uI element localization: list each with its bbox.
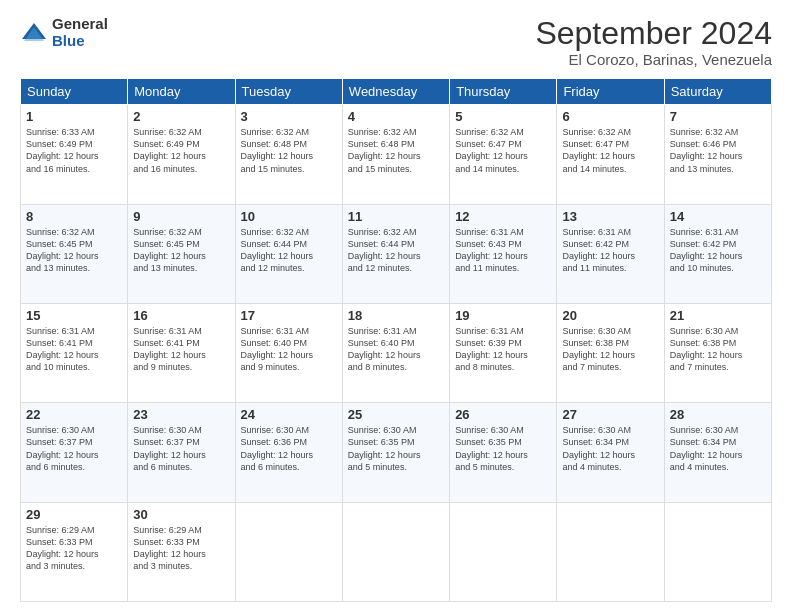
- day-info: Sunrise: 6:30 AM Sunset: 6:35 PM Dayligh…: [348, 424, 444, 473]
- day-info: Sunrise: 6:29 AM Sunset: 6:33 PM Dayligh…: [133, 524, 229, 573]
- day-number: 6: [562, 109, 658, 124]
- calendar-week-5: 29Sunrise: 6:29 AM Sunset: 6:33 PM Dayli…: [21, 502, 772, 601]
- day-number: 17: [241, 308, 337, 323]
- calendar-cell: 21Sunrise: 6:30 AM Sunset: 6:38 PM Dayli…: [664, 303, 771, 402]
- day-info: Sunrise: 6:31 AM Sunset: 6:40 PM Dayligh…: [241, 325, 337, 374]
- day-number: 14: [670, 209, 766, 224]
- day-info: Sunrise: 6:31 AM Sunset: 6:42 PM Dayligh…: [670, 226, 766, 275]
- calendar-cell: 10Sunrise: 6:32 AM Sunset: 6:44 PM Dayli…: [235, 204, 342, 303]
- day-number: 16: [133, 308, 229, 323]
- calendar-week-1: 1Sunrise: 6:33 AM Sunset: 6:49 PM Daylig…: [21, 105, 772, 204]
- day-info: Sunrise: 6:30 AM Sunset: 6:36 PM Dayligh…: [241, 424, 337, 473]
- day-info: Sunrise: 6:32 AM Sunset: 6:44 PM Dayligh…: [348, 226, 444, 275]
- day-info: Sunrise: 6:30 AM Sunset: 6:34 PM Dayligh…: [670, 424, 766, 473]
- day-number: 9: [133, 209, 229, 224]
- logo-text-line2: Blue: [52, 33, 108, 50]
- logo-icon: [20, 19, 48, 47]
- logo: General Blue: [20, 16, 108, 49]
- day-info: Sunrise: 6:31 AM Sunset: 6:41 PM Dayligh…: [133, 325, 229, 374]
- day-info: Sunrise: 6:30 AM Sunset: 6:37 PM Dayligh…: [26, 424, 122, 473]
- day-number: 27: [562, 407, 658, 422]
- calendar-cell: [342, 502, 449, 601]
- day-info: Sunrise: 6:32 AM Sunset: 6:48 PM Dayligh…: [348, 126, 444, 175]
- calendar-cell: 30Sunrise: 6:29 AM Sunset: 6:33 PM Dayli…: [128, 502, 235, 601]
- day-info: Sunrise: 6:33 AM Sunset: 6:49 PM Dayligh…: [26, 126, 122, 175]
- day-number: 13: [562, 209, 658, 224]
- calendar-cell: 23Sunrise: 6:30 AM Sunset: 6:37 PM Dayli…: [128, 403, 235, 502]
- calendar-week-2: 8Sunrise: 6:32 AM Sunset: 6:45 PM Daylig…: [21, 204, 772, 303]
- calendar-cell: 29Sunrise: 6:29 AM Sunset: 6:33 PM Dayli…: [21, 502, 128, 601]
- day-info: Sunrise: 6:31 AM Sunset: 6:41 PM Dayligh…: [26, 325, 122, 374]
- day-number: 26: [455, 407, 551, 422]
- calendar-cell: 14Sunrise: 6:31 AM Sunset: 6:42 PM Dayli…: [664, 204, 771, 303]
- day-number: 11: [348, 209, 444, 224]
- calendar-cell: 9Sunrise: 6:32 AM Sunset: 6:45 PM Daylig…: [128, 204, 235, 303]
- day-number: 8: [26, 209, 122, 224]
- calendar-cell: 12Sunrise: 6:31 AM Sunset: 6:43 PM Dayli…: [450, 204, 557, 303]
- day-info: Sunrise: 6:31 AM Sunset: 6:39 PM Dayligh…: [455, 325, 551, 374]
- day-info: Sunrise: 6:30 AM Sunset: 6:34 PM Dayligh…: [562, 424, 658, 473]
- calendar-cell: 3Sunrise: 6:32 AM Sunset: 6:48 PM Daylig…: [235, 105, 342, 204]
- day-info: Sunrise: 6:30 AM Sunset: 6:38 PM Dayligh…: [562, 325, 658, 374]
- calendar-header-monday: Monday: [128, 79, 235, 105]
- day-info: Sunrise: 6:30 AM Sunset: 6:38 PM Dayligh…: [670, 325, 766, 374]
- page-title: September 2024: [535, 16, 772, 51]
- calendar-cell: 17Sunrise: 6:31 AM Sunset: 6:40 PM Dayli…: [235, 303, 342, 402]
- day-info: Sunrise: 6:30 AM Sunset: 6:35 PM Dayligh…: [455, 424, 551, 473]
- calendar-header-tuesday: Tuesday: [235, 79, 342, 105]
- calendar-cell: 2Sunrise: 6:32 AM Sunset: 6:49 PM Daylig…: [128, 105, 235, 204]
- calendar-cell: 28Sunrise: 6:30 AM Sunset: 6:34 PM Dayli…: [664, 403, 771, 502]
- logo-text-line1: General: [52, 16, 108, 33]
- day-number: 1: [26, 109, 122, 124]
- calendar-cell: 24Sunrise: 6:30 AM Sunset: 6:36 PM Dayli…: [235, 403, 342, 502]
- day-info: Sunrise: 6:30 AM Sunset: 6:37 PM Dayligh…: [133, 424, 229, 473]
- calendar-cell: 11Sunrise: 6:32 AM Sunset: 6:44 PM Dayli…: [342, 204, 449, 303]
- calendar-cell: [235, 502, 342, 601]
- day-number: 23: [133, 407, 229, 422]
- day-info: Sunrise: 6:32 AM Sunset: 6:47 PM Dayligh…: [562, 126, 658, 175]
- calendar-week-3: 15Sunrise: 6:31 AM Sunset: 6:41 PM Dayli…: [21, 303, 772, 402]
- day-number: 12: [455, 209, 551, 224]
- calendar-header-wednesday: Wednesday: [342, 79, 449, 105]
- calendar-cell: 20Sunrise: 6:30 AM Sunset: 6:38 PM Dayli…: [557, 303, 664, 402]
- calendar-cell: 15Sunrise: 6:31 AM Sunset: 6:41 PM Dayli…: [21, 303, 128, 402]
- day-number: 22: [26, 407, 122, 422]
- day-info: Sunrise: 6:31 AM Sunset: 6:43 PM Dayligh…: [455, 226, 551, 275]
- day-info: Sunrise: 6:32 AM Sunset: 6:49 PM Dayligh…: [133, 126, 229, 175]
- calendar-cell: [450, 502, 557, 601]
- day-number: 25: [348, 407, 444, 422]
- calendar-header-row: SundayMondayTuesdayWednesdayThursdayFrid…: [21, 79, 772, 105]
- day-info: Sunrise: 6:32 AM Sunset: 6:48 PM Dayligh…: [241, 126, 337, 175]
- day-number: 7: [670, 109, 766, 124]
- calendar-cell: 1Sunrise: 6:33 AM Sunset: 6:49 PM Daylig…: [21, 105, 128, 204]
- day-info: Sunrise: 6:31 AM Sunset: 6:40 PM Dayligh…: [348, 325, 444, 374]
- day-info: Sunrise: 6:32 AM Sunset: 6:46 PM Dayligh…: [670, 126, 766, 175]
- day-info: Sunrise: 6:32 AM Sunset: 6:45 PM Dayligh…: [26, 226, 122, 275]
- calendar-header-saturday: Saturday: [664, 79, 771, 105]
- day-info: Sunrise: 6:32 AM Sunset: 6:47 PM Dayligh…: [455, 126, 551, 175]
- calendar-cell: 4Sunrise: 6:32 AM Sunset: 6:48 PM Daylig…: [342, 105, 449, 204]
- calendar-table: SundayMondayTuesdayWednesdayThursdayFrid…: [20, 78, 772, 602]
- day-info: Sunrise: 6:32 AM Sunset: 6:45 PM Dayligh…: [133, 226, 229, 275]
- day-info: Sunrise: 6:32 AM Sunset: 6:44 PM Dayligh…: [241, 226, 337, 275]
- calendar-cell: 7Sunrise: 6:32 AM Sunset: 6:46 PM Daylig…: [664, 105, 771, 204]
- day-number: 21: [670, 308, 766, 323]
- page-header: General Blue September 2024 El Corozo, B…: [20, 16, 772, 68]
- day-number: 20: [562, 308, 658, 323]
- page-subtitle: El Corozo, Barinas, Venezuela: [535, 51, 772, 68]
- day-info: Sunrise: 6:31 AM Sunset: 6:42 PM Dayligh…: [562, 226, 658, 275]
- calendar-header-thursday: Thursday: [450, 79, 557, 105]
- day-number: 5: [455, 109, 551, 124]
- day-number: 28: [670, 407, 766, 422]
- calendar-cell: 26Sunrise: 6:30 AM Sunset: 6:35 PM Dayli…: [450, 403, 557, 502]
- day-number: 18: [348, 308, 444, 323]
- day-number: 29: [26, 507, 122, 522]
- calendar-cell: [664, 502, 771, 601]
- day-number: 15: [26, 308, 122, 323]
- calendar-cell: 27Sunrise: 6:30 AM Sunset: 6:34 PM Dayli…: [557, 403, 664, 502]
- day-number: 30: [133, 507, 229, 522]
- day-info: Sunrise: 6:29 AM Sunset: 6:33 PM Dayligh…: [26, 524, 122, 573]
- day-number: 24: [241, 407, 337, 422]
- calendar-cell: 18Sunrise: 6:31 AM Sunset: 6:40 PM Dayli…: [342, 303, 449, 402]
- calendar-cell: 25Sunrise: 6:30 AM Sunset: 6:35 PM Dayli…: [342, 403, 449, 502]
